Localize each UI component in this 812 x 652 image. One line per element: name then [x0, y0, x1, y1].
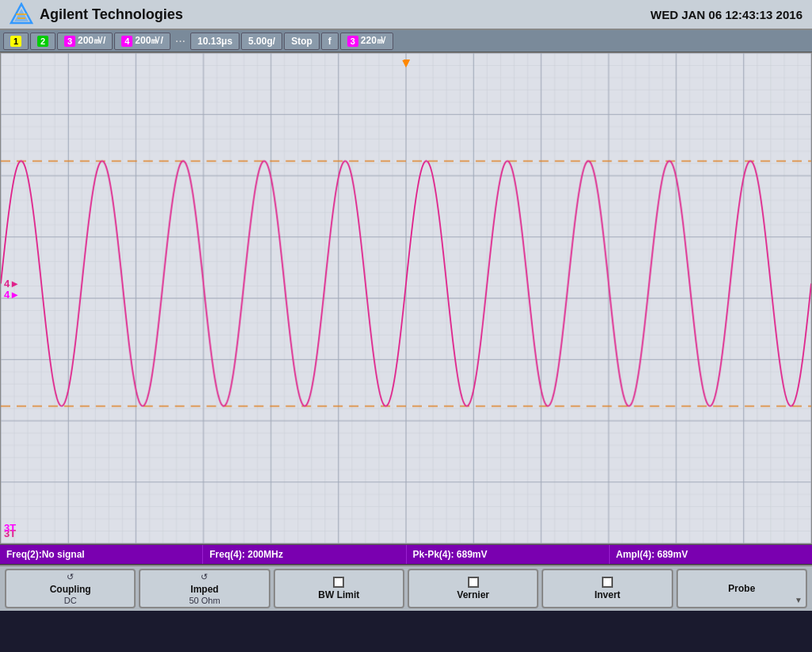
probe-arrow-icon: ▼ [795, 596, 802, 604]
channel-2-indicator[interactable]: 2 [30, 33, 56, 50]
time-offset-value: 10.13μs [197, 36, 232, 47]
probe-button[interactable]: Probe ▼ [676, 569, 807, 608]
header-logo: Agilent Technologies [10, 2, 183, 26]
app-title: Agilent Technologies [40, 6, 183, 23]
vernier-button[interactable]: Vernier [408, 569, 538, 608]
imped-label: Imped [190, 584, 218, 595]
bw-limit-button[interactable]: BW Limit [274, 569, 404, 608]
trigger-position-arrow: ▼ [400, 56, 412, 71]
bottom-controls: ↺ Coupling DC ↺ Imped 50 Ohm BW Limit Ve… [0, 565, 812, 611]
coupling-icon: ↺ [67, 572, 74, 582]
oscilloscope-display: 4► 3T ▼ [0, 52, 812, 544]
measurements-status-bar: Freq(2):No signal Freq(4): 200MHz Pk-Pk(… [0, 544, 812, 565]
trigger-type[interactable]: f [321, 33, 339, 50]
coupling-label: Coupling [50, 584, 91, 595]
trigger-channel[interactable]: 3 220㎷ [340, 33, 393, 50]
probe-label: Probe [728, 583, 755, 594]
header: Agilent Technologies WED JAN 06 12:43:13… [0, 0, 812, 30]
imped-icon: ↺ [201, 572, 208, 582]
trig-level: 220㎷ [361, 34, 386, 48]
channel-1-indicator[interactable]: 1 [3, 33, 29, 50]
bw-limit-label: BW Limit [318, 589, 359, 600]
ch1-badge: 1 [10, 36, 21, 47]
time-scale[interactable]: 5.00g/ [241, 33, 282, 50]
channel-3-indicator[interactable]: 3 200㎷/ [57, 33, 113, 50]
coupling-sub: DC [64, 596, 77, 605]
freq2-measurement: Freq(2):No signal [0, 545, 203, 564]
ch4-scale: 200㎷/ [135, 34, 163, 48]
vernier-checkbox[interactable] [468, 577, 479, 588]
ch4-badge: 4 [121, 36, 132, 47]
ch3-scale: 200㎷/ [78, 34, 105, 48]
invert-button[interactable]: Invert [542, 569, 672, 608]
ch3-badge: 3 [64, 36, 75, 47]
ch4-level-marker: 4► [4, 289, 20, 301]
channel-4-indicator[interactable]: 4 200㎷/ [114, 33, 170, 50]
trig-ch-badge: 3 [347, 36, 358, 47]
freq4-measurement: Freq(4): 200MHz [203, 545, 406, 564]
agilent-logo-icon [10, 2, 33, 26]
ch2-badge: 2 [37, 36, 48, 47]
invert-label: Invert [595, 589, 621, 600]
time-scale-value: 5.00g/ [248, 36, 275, 47]
ch3-level-marker: 3T [4, 522, 16, 534]
invert-checkbox[interactable] [602, 577, 613, 588]
ampl4-measurement: Ampl(4): 689mV [610, 545, 812, 564]
pkpk4-measurement: Pk-Pk(4): 689mV [407, 545, 610, 564]
stop-button[interactable]: Stop [284, 33, 320, 50]
vernier-label: Vernier [457, 589, 489, 600]
scope-canvas [1, 53, 811, 543]
toolbar: 1 2 3 200㎷/ 4 200㎷/ ··· 10.13μs 5.00g/ S… [0, 30, 812, 52]
imped-sub: 50 Ohm [189, 596, 220, 605]
stop-label: Stop [291, 36, 312, 47]
timeref-dots: ··· [172, 34, 189, 48]
time-offset[interactable]: 10.13μs [190, 33, 239, 50]
datetime-display: WED JAN 06 12:43:13 2016 [650, 8, 802, 21]
coupling-button[interactable]: ↺ Coupling DC [5, 569, 136, 608]
trigger-type-label: f [328, 36, 331, 47]
imped-button[interactable]: ↺ Imped 50 Ohm [139, 569, 270, 608]
bw-limit-checkbox[interactable] [333, 577, 344, 588]
